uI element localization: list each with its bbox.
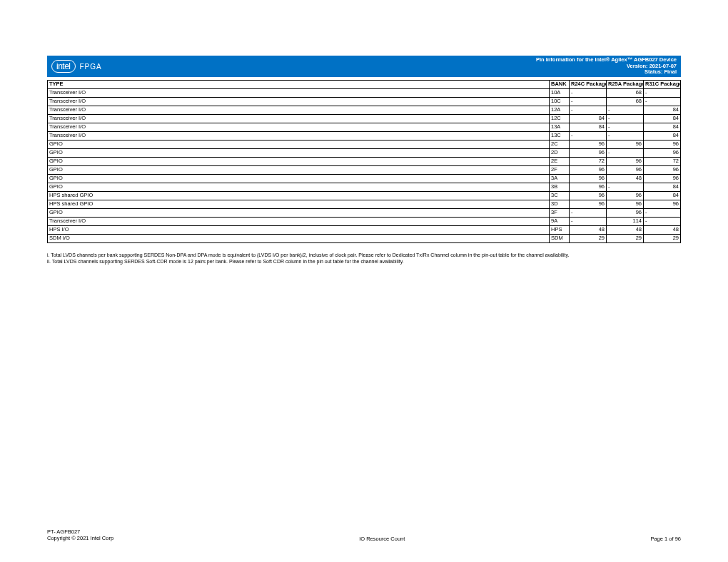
table-cell: 84 [644, 106, 681, 115]
table-row: HPS I/OHPS484848 [48, 226, 681, 235]
table-cell: GPIO [48, 140, 550, 149]
document-header: intel FPGA Pin Information for the Intel… [47, 56, 681, 77]
table-cell: HPS shared GPIO [48, 192, 550, 200]
table-cell: 96 [570, 140, 607, 149]
table-cell: - [644, 209, 681, 218]
table-row: GPIO2E729672 [48, 158, 681, 166]
table-cell: - [570, 106, 607, 115]
table-cell: GPIO [48, 183, 550, 192]
table-cell: 84 [644, 115, 681, 123]
table-cell: 84 [644, 132, 681, 140]
table-row: Transceiver I/O13A84-84 [48, 123, 681, 132]
table-cell: 3F [550, 209, 570, 218]
table-row: Transceiver I/O13C--84 [48, 132, 681, 140]
table-row: Transceiver I/O9A-114- [48, 218, 681, 226]
table-cell: 96 [570, 149, 607, 158]
table-cell: - [607, 132, 644, 140]
table-cell: Transceiver I/O [48, 98, 550, 106]
table-cell: 96 [607, 140, 644, 149]
table-row: GPIO2F969696 [48, 166, 681, 175]
footer-pt: PT- AGFB027 [47, 528, 113, 536]
table-cell: HPS [550, 226, 570, 235]
table-cell: 96 [644, 140, 681, 149]
table-cell: SDM [550, 235, 570, 243]
table-cell: 96 [607, 192, 644, 200]
table-cell: - [607, 183, 644, 192]
table-cell: HPS I/O [48, 226, 550, 235]
table-cell: 48 [570, 226, 607, 235]
table-cell: - [607, 115, 644, 123]
table-cell: 29 [644, 235, 681, 243]
table-cell: 96 [644, 200, 681, 209]
table-cell: 96 [644, 149, 681, 158]
col-r24c: R24C Package [570, 81, 607, 89]
table-cell: 84 [570, 115, 607, 123]
table-row: HPS shared GPIO3D969696 [48, 200, 681, 209]
col-r31c: R31C Package [644, 81, 681, 89]
table-cell: Transceiver I/O [48, 106, 550, 115]
table-cell: 96 [570, 175, 607, 183]
table-row: HPS shared GPIO3C969684 [48, 192, 681, 200]
table-cell: Transceiver I/O [48, 132, 550, 140]
io-resource-table: TYPE BANK R24C Package R25A Package R31C… [47, 80, 681, 243]
intel-logo: intel [51, 60, 76, 73]
table-cell: 2C [550, 140, 570, 149]
table-cell: 68 [607, 98, 644, 106]
table-row: GPIO3B96-84 [48, 183, 681, 192]
table-cell: Transceiver I/O [48, 115, 550, 123]
table-cell: HPS shared GPIO [48, 200, 550, 209]
table-cell: 84 [644, 123, 681, 132]
col-type: TYPE [48, 81, 550, 89]
table-row: Transceiver I/O10C-68- [48, 98, 681, 106]
table-cell: 96 [644, 175, 681, 183]
table-cell: - [607, 106, 644, 115]
table-cell: 84 [644, 192, 681, 200]
doc-status: Status: Final [536, 69, 677, 76]
table-row: Transceiver I/O10A-68- [48, 89, 681, 98]
table-cell: - [570, 218, 607, 226]
table-cell: 68 [607, 89, 644, 98]
table-cell: GPIO [48, 158, 550, 166]
header-info: Pin Information for the Intel® Agilex™ A… [536, 57, 677, 76]
col-r25a: R25A Package [607, 81, 644, 89]
table-cell: - [570, 98, 607, 106]
table-cell: 96 [607, 158, 644, 166]
footnotes: i. Total LVDS channels per bank supporti… [47, 252, 681, 265]
table-cell: - [570, 132, 607, 140]
table-cell: 2F [550, 166, 570, 175]
logo-block: intel FPGA [51, 60, 102, 73]
table-cell: Transceiver I/O [48, 89, 550, 98]
table-cell: 9A [550, 218, 570, 226]
table-cell: 96 [570, 192, 607, 200]
table-cell: SDM I/O [48, 235, 550, 243]
table-cell: - [644, 89, 681, 98]
table-row: GPIO3A964896 [48, 175, 681, 183]
footnote-1: i. Total LVDS channels per bank supporti… [47, 252, 681, 258]
table-cell: 96 [570, 166, 607, 175]
table-cell: 48 [607, 175, 644, 183]
table-cell: 12C [550, 115, 570, 123]
table-cell: - [644, 218, 681, 226]
table-cell: - [644, 98, 681, 106]
table-cell: Transceiver I/O [48, 218, 550, 226]
table-cell: 12A [550, 106, 570, 115]
table-cell: 3D [550, 200, 570, 209]
table-cell: 96 [607, 209, 644, 218]
table-row: Transceiver I/O12A--84 [48, 106, 681, 115]
table-cell: 29 [570, 235, 607, 243]
table-cell: 3A [550, 175, 570, 183]
table-cell: GPIO [48, 209, 550, 218]
table-cell: 72 [644, 158, 681, 166]
table-cell: 72 [570, 158, 607, 166]
table-row: SDM I/OSDM292929 [48, 235, 681, 243]
table-cell: 114 [607, 218, 644, 226]
table-row: Transceiver I/O12C84-84 [48, 115, 681, 123]
footnote-2: ii. Total LVDS channels supporting SERDE… [47, 258, 681, 265]
table-cell: 13A [550, 123, 570, 132]
table-cell: 3B [550, 183, 570, 192]
table-cell: 48 [644, 226, 681, 235]
table-cell: 10C [550, 98, 570, 106]
table-cell: GPIO [48, 175, 550, 183]
table-cell: - [607, 123, 644, 132]
table-cell: 96 [570, 200, 607, 209]
